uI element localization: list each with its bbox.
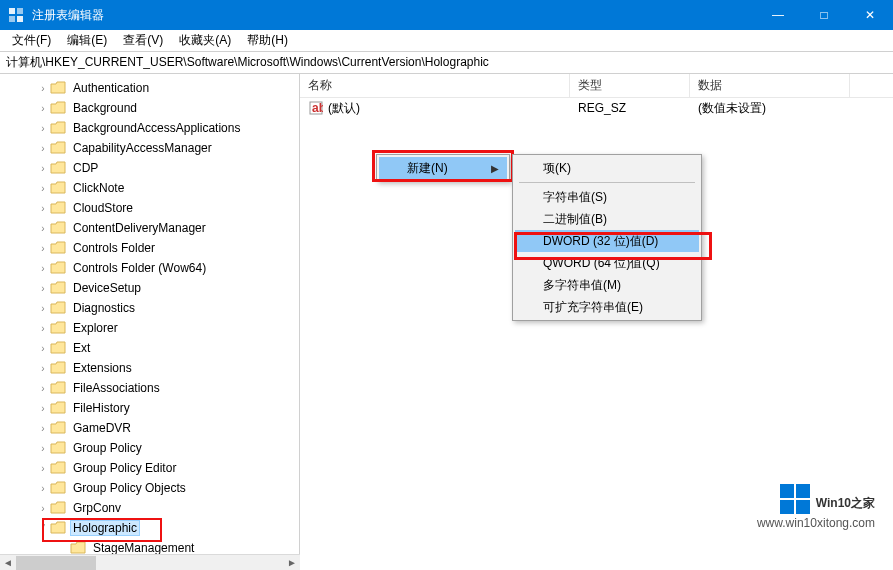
expand-arrow-icon[interactable]: › (36, 143, 50, 154)
tree-item[interactable]: ›Authentication (36, 78, 299, 98)
tree-item[interactable]: ›Group Policy Objects (36, 478, 299, 498)
address-bar[interactable]: 计算机\HKEY_CURRENT_USER\Software\Microsoft… (0, 52, 893, 74)
scroll-thumb[interactable] (16, 556, 96, 570)
expand-arrow-icon[interactable]: › (36, 123, 50, 134)
expand-arrow-icon[interactable]: › (36, 303, 50, 314)
folder-icon (50, 361, 66, 375)
tree-item[interactable]: ›CapabilityAccessManager (36, 138, 299, 158)
expand-arrow-icon[interactable]: › (36, 463, 50, 474)
expand-arrow-icon[interactable]: › (36, 163, 50, 174)
tree-item[interactable]: ›DeviceSetup (36, 278, 299, 298)
folder-icon (50, 421, 66, 435)
list-row[interactable]: ab(默认)REG_SZ(数值未设置) (300, 98, 893, 118)
maximize-button[interactable]: □ (801, 0, 847, 30)
menu-view[interactable]: 查看(V) (115, 30, 171, 51)
scroll-track[interactable] (16, 555, 284, 571)
close-button[interactable]: ✕ (847, 0, 893, 30)
window-controls: — □ ✕ (755, 0, 893, 30)
value-type: REG_SZ (578, 101, 626, 115)
folder-icon (50, 241, 66, 255)
tree-item[interactable]: ›GrpConv (36, 498, 299, 518)
value-name: (默认) (328, 100, 360, 117)
tree-item[interactable]: StageManagement (36, 538, 299, 554)
tree-horizontal-scrollbar[interactable]: ◄ ► (0, 554, 300, 570)
folder-icon (50, 501, 66, 515)
scroll-left-icon[interactable]: ◄ (0, 555, 16, 571)
tree-item[interactable]: ˅Holographic (36, 518, 299, 538)
menu-help[interactable]: 帮助(H) (239, 30, 296, 51)
value-data: (数值未设置) (698, 100, 766, 117)
folder-icon (50, 121, 66, 135)
tree-item[interactable]: ›ClickNote (36, 178, 299, 198)
watermark-url: www.win10xitong.com (757, 516, 875, 530)
menu-favorites[interactable]: 收藏夹(A) (171, 30, 239, 51)
folder-icon (50, 401, 66, 415)
tree-item[interactable]: ›Diagnostics (36, 298, 299, 318)
tree-panel[interactable]: ›Authentication›Background›BackgroundAcc… (0, 74, 300, 554)
expand-arrow-icon[interactable]: › (36, 263, 50, 274)
expand-arrow-icon[interactable]: › (36, 383, 50, 394)
expand-arrow-icon[interactable]: › (36, 223, 50, 234)
submenu-item[interactable]: 二进制值(B) (515, 208, 699, 230)
tree-item[interactable]: ›Controls Folder (Wow64) (36, 258, 299, 278)
expand-arrow-icon[interactable]: › (36, 343, 50, 354)
svg-rect-2 (9, 16, 15, 22)
expand-arrow-icon[interactable]: › (36, 503, 50, 514)
col-type[interactable]: 类型 (570, 74, 690, 97)
folder-icon (50, 161, 66, 175)
expand-arrow-icon[interactable]: ˅ (36, 523, 50, 534)
expand-arrow-icon[interactable]: › (36, 403, 50, 414)
app-icon (8, 7, 24, 23)
tree-item[interactable]: ›Ext (36, 338, 299, 358)
expand-arrow-icon[interactable]: › (36, 283, 50, 294)
menu-edit[interactable]: 编辑(E) (59, 30, 115, 51)
tree-item-label: ClickNote (70, 180, 127, 196)
watermark-text1: Win10 (816, 496, 851, 510)
expand-arrow-icon[interactable]: › (36, 363, 50, 374)
submenu-item[interactable]: 多字符串值(M) (515, 274, 699, 296)
windows-logo-icon (780, 484, 810, 514)
expand-arrow-icon[interactable]: › (36, 483, 50, 494)
expand-arrow-icon[interactable]: › (36, 183, 50, 194)
folder-icon (50, 141, 66, 155)
tree-item[interactable]: ›Background (36, 98, 299, 118)
expand-arrow-icon[interactable]: › (36, 443, 50, 454)
submenu-item[interactable]: QWORD (64 位)值(Q) (515, 252, 699, 274)
tree-item[interactable]: ›Extensions (36, 358, 299, 378)
expand-arrow-icon[interactable]: › (36, 243, 50, 254)
tree-item[interactable]: ›CDP (36, 158, 299, 178)
tree-item-label: Explorer (70, 320, 121, 336)
menu-item-new[interactable]: 新建(N) ▶ (379, 157, 507, 179)
expand-arrow-icon[interactable]: › (36, 203, 50, 214)
submenu-item[interactable]: DWORD (32 位)值(D) (515, 230, 699, 252)
expand-arrow-icon[interactable]: › (36, 323, 50, 334)
expand-arrow-icon[interactable]: › (36, 423, 50, 434)
tree-item[interactable]: ›GameDVR (36, 418, 299, 438)
submenu-item[interactable]: 字符串值(S) (515, 186, 699, 208)
tree-item[interactable]: ›Group Policy (36, 438, 299, 458)
tree-item-label: Holographic (70, 520, 140, 536)
tree-item-label: Controls Folder (Wow64) (70, 260, 209, 276)
folder-icon (50, 521, 66, 535)
col-name[interactable]: 名称 (300, 74, 570, 97)
scroll-right-icon[interactable]: ► (284, 555, 300, 571)
folder-icon (50, 261, 66, 275)
context-submenu: 项(K)字符串值(S)二进制值(B)DWORD (32 位)值(D)QWORD … (512, 154, 702, 321)
tree-item[interactable]: ›CloudStore (36, 198, 299, 218)
submenu-item[interactable]: 项(K) (515, 157, 699, 179)
submenu-item[interactable]: 可扩充字符串值(E) (515, 296, 699, 318)
expand-arrow-icon[interactable]: › (36, 103, 50, 114)
minimize-button[interactable]: — (755, 0, 801, 30)
menu-file[interactable]: 文件(F) (4, 30, 59, 51)
tree-item[interactable]: ›FileAssociations (36, 378, 299, 398)
tree-item[interactable]: ›BackgroundAccessApplications (36, 118, 299, 138)
tree-item[interactable]: ›ContentDeliveryManager (36, 218, 299, 238)
tree-item[interactable]: ›Explorer (36, 318, 299, 338)
tree-item[interactable]: ›Group Policy Editor (36, 458, 299, 478)
tree-item[interactable]: ›Controls Folder (36, 238, 299, 258)
submenu-item-label: 二进制值(B) (543, 211, 607, 228)
expand-arrow-icon[interactable]: › (36, 83, 50, 94)
list-body[interactable]: ab(默认)REG_SZ(数值未设置) (300, 98, 893, 118)
col-data[interactable]: 数据 (690, 74, 850, 97)
tree-item[interactable]: ›FileHistory (36, 398, 299, 418)
